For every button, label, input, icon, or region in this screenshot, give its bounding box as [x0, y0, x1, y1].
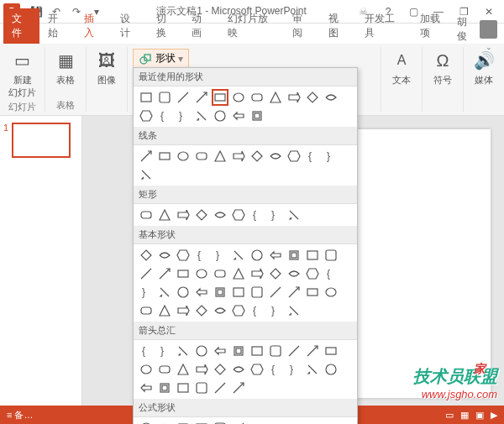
shape-item[interactable]: [286, 148, 302, 165]
shape-item[interactable]: [230, 420, 247, 424]
tab-设计[interactable]: 设计: [112, 8, 148, 44]
shape-item[interactable]: [175, 207, 192, 223]
shape-item[interactable]: [138, 207, 155, 223]
shape-item[interactable]: [304, 265, 321, 282]
shape-item[interactable]: [212, 107, 228, 124]
shape-item[interactable]: [267, 89, 284, 106]
shape-item[interactable]: [212, 265, 228, 282]
shape-item[interactable]: [230, 284, 247, 301]
shape-item[interactable]: [138, 166, 155, 183]
shape-item[interactable]: }: [175, 107, 192, 124]
shapes-button[interactable]: 形状 ▾: [133, 49, 189, 68]
shape-item[interactable]: [175, 343, 192, 359]
shape-item[interactable]: [286, 284, 302, 301]
shape-item[interactable]: [230, 302, 247, 319]
shape-item[interactable]: [230, 207, 247, 223]
shape-item[interactable]: [323, 247, 339, 264]
shape-item[interactable]: [138, 361, 155, 378]
images-button[interactable]: 🖼 图像: [92, 47, 122, 88]
shape-item[interactable]: [156, 247, 173, 264]
shape-item[interactable]: [138, 380, 155, 396]
tab-开发工具[interactable]: 开发工具: [356, 8, 412, 44]
shape-item[interactable]: [156, 302, 173, 319]
tab-视图[interactable]: 视图: [320, 8, 356, 44]
shape-item[interactable]: [175, 380, 192, 396]
shape-item[interactable]: [286, 265, 302, 282]
shape-item[interactable]: [156, 380, 173, 396]
shape-item[interactable]: [230, 148, 247, 165]
shape-item[interactable]: [323, 284, 339, 301]
shape-item[interactable]: [230, 343, 247, 359]
collapse-ribbon-icon[interactable]: ˇ: [487, 47, 501, 60]
shape-item[interactable]: [249, 247, 265, 264]
shape-item[interactable]: [193, 207, 210, 223]
shape-item[interactable]: [156, 207, 173, 223]
shape-item[interactable]: {: [249, 207, 265, 223]
shape-item[interactable]: [175, 265, 192, 282]
shape-item[interactable]: [175, 89, 192, 106]
shape-item[interactable]: [212, 302, 228, 319]
shape-item[interactable]: [212, 361, 228, 378]
shape-item[interactable]: [249, 89, 265, 106]
shape-item[interactable]: }: [267, 302, 284, 319]
shape-item[interactable]: [193, 343, 210, 359]
shape-item[interactable]: {: [323, 265, 339, 282]
tab-动画[interactable]: 动画: [183, 8, 219, 44]
shape-item[interactable]: [138, 107, 155, 124]
shape-item[interactable]: {: [138, 343, 155, 359]
shape-item[interactable]: [212, 89, 228, 106]
shape-item[interactable]: [156, 361, 173, 378]
shape-item[interactable]: [193, 148, 210, 165]
shape-item[interactable]: {: [193, 247, 210, 264]
shape-item[interactable]: [175, 247, 192, 264]
shape-item[interactable]: [156, 89, 173, 106]
shape-item[interactable]: }: [156, 343, 173, 359]
tab-切换[interactable]: 切换: [148, 8, 184, 44]
current-slide[interactable]: [356, 129, 491, 398]
shape-item[interactable]: [267, 265, 284, 282]
shape-item[interactable]: [156, 148, 173, 165]
shape-item[interactable]: [138, 247, 155, 264]
shape-item[interactable]: [156, 420, 173, 424]
shape-item[interactable]: [323, 361, 339, 378]
shape-item[interactable]: [138, 302, 155, 319]
shape-item[interactable]: [193, 380, 210, 396]
shape-item[interactable]: [286, 207, 302, 223]
shape-item[interactable]: [304, 343, 321, 359]
shape-item[interactable]: [156, 265, 173, 282]
shape-item[interactable]: }: [138, 284, 155, 301]
shape-item[interactable]: {: [304, 148, 321, 165]
shape-item[interactable]: [286, 343, 302, 359]
shape-item[interactable]: [193, 265, 210, 282]
shape-item[interactable]: [175, 284, 192, 301]
shape-item[interactable]: [230, 361, 247, 378]
shape-item[interactable]: [249, 265, 265, 282]
view-sorter-icon[interactable]: ▦: [460, 410, 469, 421]
user-avatar[interactable]: [480, 20, 497, 39]
shape-item[interactable]: [193, 302, 210, 319]
shape-item[interactable]: [138, 148, 155, 165]
shape-item[interactable]: }: [286, 361, 302, 378]
view-normal-icon[interactable]: ▭: [445, 410, 454, 421]
shape-item[interactable]: [156, 284, 173, 301]
shape-item[interactable]: [212, 207, 228, 223]
new-slide-button[interactable]: ▭ 新建 幻灯片: [5, 47, 39, 101]
shape-item[interactable]: [249, 361, 265, 378]
symbols-button[interactable]: Ω 符号: [428, 47, 458, 88]
shape-item[interactable]: [212, 148, 228, 165]
user-name[interactable]: 胡俊: [457, 15, 476, 44]
shape-item[interactable]: [230, 107, 247, 124]
shape-item[interactable]: {: [249, 302, 265, 319]
tab-加载项[interactable]: 加载项: [412, 8, 457, 44]
shape-item[interactable]: }: [212, 247, 228, 264]
shape-item[interactable]: [249, 148, 265, 165]
shape-item[interactable]: [212, 420, 228, 424]
shape-item[interactable]: [249, 107, 265, 124]
text-button[interactable]: A 文本: [386, 47, 417, 88]
shape-item[interactable]: [304, 247, 321, 264]
tab-幻灯片放映[interactable]: 幻灯片放映: [219, 8, 284, 44]
shape-item[interactable]: [175, 420, 192, 424]
slide-thumbnail[interactable]: 1: [3, 123, 78, 158]
shape-item[interactable]: [212, 343, 228, 359]
shape-item[interactable]: }: [267, 207, 284, 223]
